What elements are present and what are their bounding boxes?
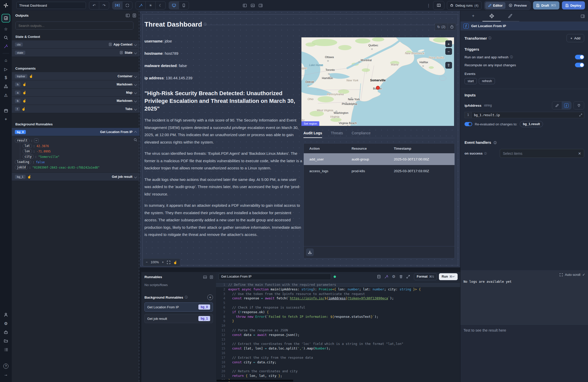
- document-icon[interactable]: [133, 14, 136, 17]
- favorites-star-icon[interactable]: ☆: [0, 25, 12, 33]
- table-row[interactable]: access_logsprod-k8s2025-03-30T17:03:00Z: [304, 165, 455, 177]
- code-line[interactable]: 7 if (!response.ok) {: [216, 310, 460, 314]
- dependency-chip[interactable]: bg_1.result: [520, 121, 543, 127]
- search-icon[interactable]: [0, 33, 12, 42]
- component-bounds-icon[interactable]: [0]: [112, 2, 122, 9]
- settings-tab[interactable]: [482, 11, 501, 21]
- home-icon[interactable]: ⌂: [0, 56, 12, 65]
- code-line[interactable]: 11 // Parse the response as JSON: [216, 328, 460, 333]
- map-zoom-out-button[interactable]: −: [445, 48, 452, 55]
- code-line[interactable]: 1// Define the main function with the re…: [216, 282, 460, 287]
- cache-database-icon[interactable]: [377, 275, 381, 279]
- code-line[interactable]: 20 // Return the coordinates and city: [216, 369, 460, 374]
- user-icon[interactable]: [0, 310, 12, 319]
- code-line[interactable]: 2export async function main(ipAddress: s…: [216, 287, 460, 292]
- code-line[interactable]: 17 // Extract the city from the response…: [216, 355, 460, 360]
- script-settings-icon[interactable]: ⚙: [392, 274, 395, 279]
- recompute-history-button[interactable]: [448, 23, 456, 30]
- fit-view-icon[interactable]: [167, 261, 170, 264]
- toggle-left-panel-icon[interactable]: [243, 4, 247, 7]
- on-success-select[interactable]: Select items ✕: [500, 149, 584, 158]
- component-row-a[interactable]: a☝Map: [12, 89, 140, 97]
- run-button[interactable]: Run⌘↵: [439, 273, 458, 280]
- schedules-calendar-icon[interactable]: [0, 106, 12, 115]
- settings-gear-icon[interactable]: ⚙: [0, 319, 12, 328]
- editor-scrollbar[interactable]: [217, 380, 293, 381]
- deploy-button[interactable]: Deploy: [562, 1, 585, 9]
- search-json-icon[interactable]: [134, 138, 137, 141]
- json-row-city[interactable]: city:"Somerville": [20, 154, 137, 159]
- code-line[interactable]: 13: [216, 337, 460, 342]
- zoom-out-button[interactable]: −: [146, 260, 148, 264]
- map-zoom-in-button[interactable]: +: [445, 40, 452, 47]
- runnable-name-input[interactable]: [219, 274, 331, 280]
- ai-wand-icon[interactable]: [0, 42, 12, 51]
- column-header-action[interactable]: Action: [304, 147, 346, 150]
- code-line[interactable]: 3 // Use the token from the Ipinfo resou…: [216, 292, 460, 296]
- expand-editor-icon[interactable]: [406, 275, 410, 278]
- runnable-item-bg_1[interactable]: Get job resultbg_1: [144, 314, 213, 323]
- app-title-input[interactable]: [16, 2, 86, 9]
- light-theme-icon[interactable]: ☀: [145, 2, 155, 9]
- editor-tab[interactable]: Editor: [485, 2, 506, 9]
- variables-icon[interactable]: $: [0, 73, 12, 82]
- styling-tab[interactable]: [501, 11, 519, 21]
- doc-icon[interactable]: [210, 275, 213, 279]
- add-icon[interactable]: +: [0, 115, 12, 124]
- preview-tab[interactable]: Preview: [506, 2, 529, 9]
- refresh-app-button[interactable]: ↻ (2): [435, 23, 448, 30]
- json-row-loading[interactable]: loading:false: [15, 159, 137, 165]
- add-runnable-button[interactable]: +: [207, 294, 213, 300]
- fullscreen-icon[interactable]: [122, 2, 132, 9]
- output-row-state[interactable]: stateState: [12, 49, 140, 57]
- ai-assist-icon[interactable]: [385, 275, 388, 279]
- code-line[interactable]: 10: [216, 323, 460, 328]
- dark-theme-icon[interactable]: ☾: [155, 2, 165, 9]
- output-row-bg0[interactable]: bg_0 Get Location From IP: [12, 128, 140, 136]
- desktop-view-icon[interactable]: [169, 2, 179, 9]
- download-icon[interactable]: [306, 248, 314, 256]
- windmill-logo[interactable]: [0, 0, 12, 11]
- component-row-b[interactable]: b☝Markdown: [12, 97, 140, 105]
- code-line[interactable]: 15 const [lat, lon] = data.loc.split(','…: [216, 346, 460, 351]
- connect-plug-icon[interactable]: [573, 101, 584, 110]
- undo-button[interactable]: ↶: [89, 2, 99, 9]
- magic-wand-icon[interactable]: [136, 2, 145, 9]
- table-row[interactable]: add_useraudit-group2025-03-30T17:00:00Z: [304, 153, 455, 165]
- selected-runnable-header[interactable]: f Get Location From IP: [460, 22, 588, 30]
- json-row-jobId[interactable]: jobId:"0199390f-2843-ceac-dc03-cf8b242a1…: [15, 165, 137, 170]
- list-grid-icon[interactable]: [0, 345, 12, 354]
- pan-hand-icon[interactable]: ☝: [173, 260, 177, 264]
- delete-trash-icon[interactable]: [399, 275, 403, 278]
- format-button[interactable]: Format⌘S: [414, 273, 437, 280]
- tab-compliance[interactable]: Compliance: [352, 131, 371, 138]
- tab-threats[interactable]: Threats: [331, 131, 343, 138]
- code-line[interactable]: 9 }: [216, 319, 460, 323]
- search-outputs-input[interactable]: [15, 21, 133, 30]
- trigger-toggle[interactable]: [575, 55, 584, 59]
- map-pitch-button[interactable]: ⇧: [445, 62, 452, 69]
- markdown-fields-component[interactable]: username: jdoehostname: host789malware d…: [144, 39, 193, 88]
- draft-button[interactable]: Draft⌘S: [533, 1, 559, 9]
- code-line[interactable]: 16: [216, 351, 460, 355]
- app-editor-icon[interactable]: [2, 14, 10, 23]
- kebab-menu-icon[interactable]: ⋮: [426, 3, 431, 8]
- output-row-bg1[interactable]: bg_1☝ Get job result: [12, 173, 140, 181]
- add-transformer-button[interactable]: +Add: [567, 34, 584, 42]
- code-area[interactable]: 1// Define the main function with the re…: [216, 281, 460, 382]
- code-line[interactable]: 4 const response = await fetch(`https://…: [216, 296, 460, 301]
- set-region-button[interactable]: Set region: [301, 121, 319, 126]
- expand-expr-icon[interactable]: [579, 114, 582, 116]
- json-row-lon[interactable]: lon:-71.0995: [20, 149, 137, 154]
- resources-icon[interactable]: [0, 82, 12, 91]
- alerts-icon[interactable]: ⚠: [0, 91, 12, 100]
- insert-component-tab[interactable]: +: [464, 11, 482, 21]
- collapse-bottom-icon[interactable]: [203, 275, 207, 279]
- debug-runs-button[interactable]: Debug runs (4): [447, 1, 481, 10]
- clear-select-icon[interactable]: ✕: [578, 151, 581, 156]
- output-row-ctx[interactable]: ctxApp Context: [12, 40, 140, 49]
- code-line[interactable]: 18 const city = data.city;: [216, 360, 460, 365]
- toggle-bottom-panel-icon[interactable]: [251, 4, 255, 7]
- help-icon[interactable]: ?: [3, 364, 8, 369]
- map-component[interactable]: QuébecOttawaMontréalNew BrunswickNova Sc…: [301, 37, 454, 126]
